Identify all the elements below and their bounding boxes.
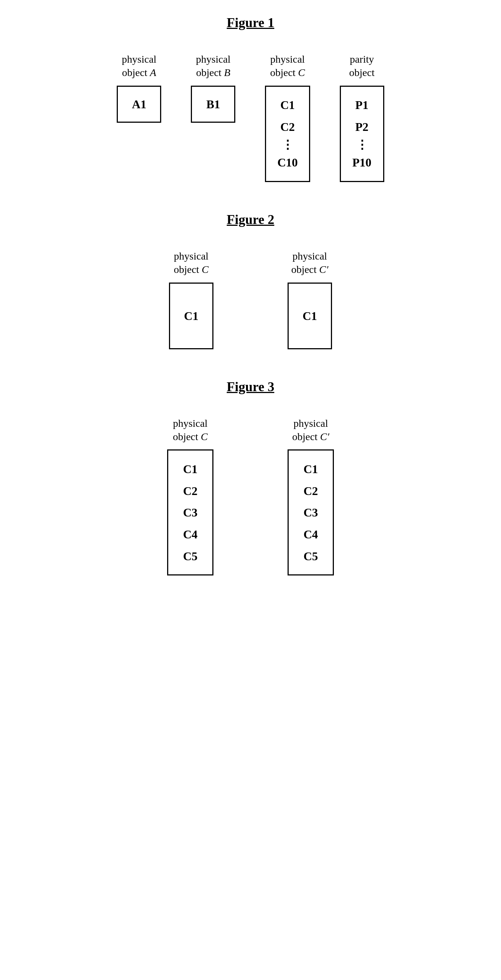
fig3-object-c-box: C1 C2 C3 C4 C5 <box>167 449 214 576</box>
figure-1-title: Figure 1 <box>227 15 274 30</box>
figure-3-content: physicalobject C C1 C2 C3 C4 C5 physical… <box>167 417 334 576</box>
fig3-object-cprime-item-4: C4 <box>303 525 318 543</box>
parity-object-box: P1 P2 ⋮ P10 <box>340 86 384 182</box>
parity-item-2: P2 <box>355 118 369 136</box>
object-c-column: physicalobject C C1 C2 ⋮ C10 <box>265 52 310 182</box>
parity-object-label: parityobject <box>349 52 374 80</box>
fig3-object-c-item-2: C2 <box>183 482 198 500</box>
object-c-box: C1 C2 ⋮ C10 <box>265 86 310 182</box>
fig3-object-cprime-item-1: C1 <box>303 460 318 478</box>
object-c-item-1: C1 <box>280 96 295 114</box>
fig2-object-c-item-1: C1 <box>184 307 198 325</box>
fig3-object-c-item-3: C3 <box>183 504 198 521</box>
parity-dots: ⋮ <box>356 140 368 150</box>
object-c-label: physicalobject C <box>270 52 305 80</box>
fig3-object-c-label: physicalobject C <box>173 417 208 444</box>
fig2-object-cprime-label: physicalobject C′ <box>291 250 328 277</box>
fig2-object-cprime-item-1: C1 <box>302 307 317 325</box>
object-b-label: physicalobject B <box>196 52 230 80</box>
fig2-object-c-column: physicalobject C C1 <box>169 250 214 349</box>
fig2-object-c-label: physicalobject C <box>174 250 209 277</box>
object-c-dots: ⋮ <box>282 140 293 150</box>
object-a-label: physicalobject A <box>122 52 156 80</box>
fig3-object-c-item-1: C1 <box>183 460 198 478</box>
parity-item-1: P1 <box>355 96 369 114</box>
object-a-item-1: A1 <box>132 95 146 113</box>
object-b-column: physicalobject B B1 <box>191 52 235 123</box>
parity-item-10: P10 <box>352 154 372 171</box>
fig3-object-cprime-column: physicalobject C′ C1 C2 C3 C4 C5 <box>287 417 334 576</box>
parity-object-column: parityobject P1 P2 ⋮ P10 <box>340 52 384 182</box>
fig3-object-c-item-4: C4 <box>183 525 198 543</box>
object-c-item-10: C10 <box>277 154 298 171</box>
fig2-object-c-box: C1 <box>169 283 214 349</box>
figure-2-content: physicalobject C C1 physicalobject C′ C1 <box>169 250 332 349</box>
fig3-object-c-item-5: C5 <box>183 547 198 565</box>
fig3-object-cprime-item-3: C3 <box>303 504 318 521</box>
object-c-item-2: C2 <box>280 118 295 136</box>
figure-1-section: Figure 1 physicalobject A A1 physicalobj… <box>22 15 479 182</box>
figure-2-title: Figure 2 <box>227 212 274 227</box>
fig3-object-cprime-item-2: C2 <box>303 482 318 500</box>
fig2-object-cprime-column: physicalobject C′ C1 <box>287 250 332 349</box>
figure-2-section: Figure 2 physicalobject C C1 physicalobj… <box>22 212 479 349</box>
figure-3-title: Figure 3 <box>227 379 274 395</box>
figure-1-content: physicalobject A A1 physicalobject B B1 … <box>117 52 384 182</box>
object-b-item-1: B1 <box>206 95 220 113</box>
object-b-box: B1 <box>191 86 235 123</box>
object-a-column: physicalobject A A1 <box>117 52 161 123</box>
fig3-object-c-column: physicalobject C C1 C2 C3 C4 C5 <box>167 417 214 576</box>
fig2-object-cprime-box: C1 <box>287 283 332 349</box>
fig3-object-cprime-box: C1 C2 C3 C4 C5 <box>287 449 334 576</box>
figure-3-section: Figure 3 physicalobject C C1 C2 C3 C4 C5… <box>22 379 479 576</box>
object-a-box: A1 <box>117 86 161 123</box>
fig3-object-cprime-label: physicalobject C′ <box>292 417 329 444</box>
fig3-object-cprime-item-5: C5 <box>303 547 318 565</box>
